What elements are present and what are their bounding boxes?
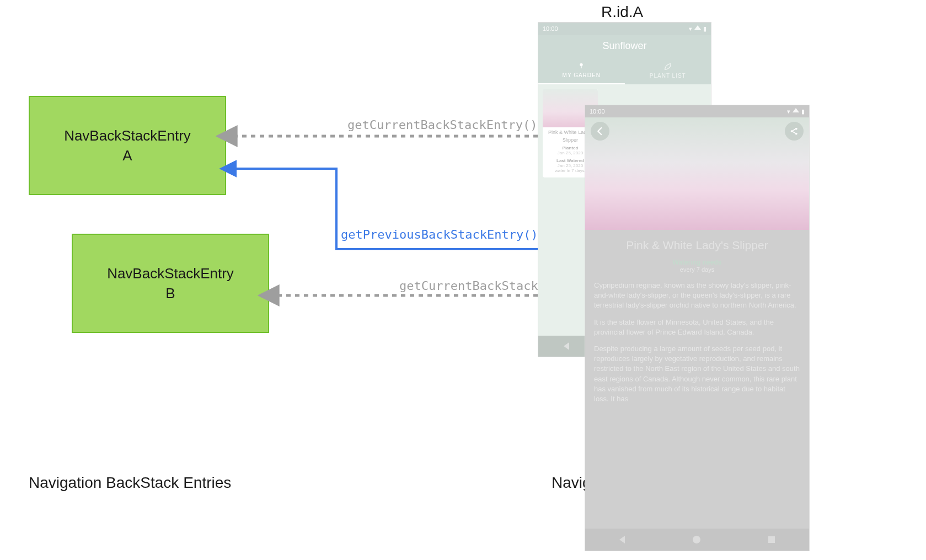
method-current-a: getCurrentBackStackEntry() [347, 118, 537, 132]
rid-a-label: R.id.A [601, 3, 643, 21]
statusbar: 10:00 ▾ ▮ [585, 105, 809, 117]
status-icons: ▾ ▮ [787, 108, 805, 115]
share-icon [789, 126, 799, 136]
plant-title: Pink & White Lady's Slipper [594, 239, 800, 252]
nav-home-icon[interactable] [693, 536, 700, 543]
desc-p2: It is the state flower of Minnesota, Uni… [594, 317, 800, 337]
watering-value: every 7 days [594, 266, 800, 273]
signal-icon [793, 108, 799, 112]
entry-b-line1: NavBackStackEntry [107, 263, 234, 283]
share-button[interactable] [785, 122, 804, 141]
watering-label: Watering needs [594, 259, 800, 266]
leaf-icon [663, 62, 672, 71]
detail-panel: Pink & White Lady's Slipper Watering nee… [585, 230, 809, 533]
app-title: Sunflower [538, 35, 711, 57]
nav-back-icon[interactable] [619, 536, 625, 543]
tabbar: MY GARDEN PLANT LIST [538, 57, 711, 84]
svg-point-2 [580, 63, 583, 66]
phone-b-screen: 10:00 ▾ ▮ Pink & White Lady's Slipper Wa… [585, 105, 810, 551]
nav-back-icon[interactable] [564, 342, 569, 350]
wifi-icon: ▾ [689, 25, 692, 33]
back-button[interactable] [591, 122, 609, 141]
nav-backstack-entry-b-box: NavBackStackEntry B [72, 234, 269, 333]
nav-recents-icon[interactable] [768, 536, 775, 543]
arrow-left-icon [595, 126, 605, 136]
battery-icon: ▮ [703, 25, 706, 33]
status-time: 10:00 [543, 25, 558, 32]
tab-garden-label: MY GARDEN [563, 72, 601, 78]
tab-my-garden[interactable]: MY GARDEN [538, 57, 625, 84]
status-time: 10:00 [590, 108, 605, 115]
tab-plants-label: PLANT LIST [650, 73, 686, 79]
entry-a-line2: A [122, 146, 132, 165]
signal-icon [694, 25, 701, 30]
entry-b-line2: B [165, 283, 175, 303]
nav-backstack-entry-a-box: NavBackStackEntry A [29, 96, 226, 195]
wifi-icon: ▾ [787, 108, 790, 115]
tab-plant-list[interactable]: PLANT LIST [625, 57, 711, 84]
desc-p3: Despite producing a large amount of seed… [594, 344, 800, 404]
desc-p1: Cypripedium reginae, known as the showy … [594, 281, 800, 311]
flower-icon [577, 62, 586, 71]
section-entries-label: Navigation BackStack Entries [29, 474, 231, 492]
system-navbar [585, 529, 809, 551]
entry-a-line1: NavBackStackEntry [64, 126, 191, 146]
hero-image [585, 117, 809, 230]
statusbar: 10:00 ▾ ▮ [538, 23, 711, 35]
status-icons: ▾ ▮ [689, 25, 706, 33]
method-previous: getPreviousBackStackEntry() [341, 228, 538, 241]
battery-icon: ▮ [801, 108, 805, 115]
